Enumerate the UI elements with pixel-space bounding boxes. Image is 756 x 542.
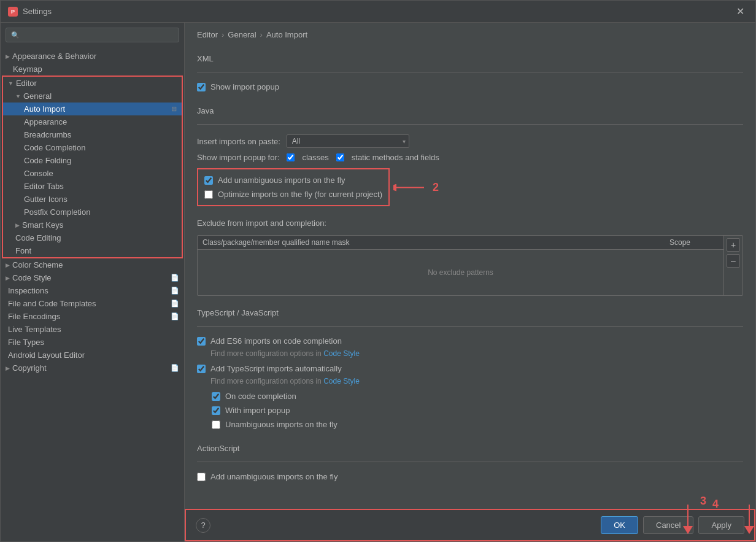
sidebar-item-label: Console — [24, 169, 53, 178]
sidebar-item-label: File Encodings — [8, 312, 60, 321]
optimize-imports-label: Optimize imports on the fly (for current… — [218, 190, 382, 199]
button-bar-container: ? 4 3 OK — [185, 509, 755, 541]
java-auto-import-options-box: Add unambiguous imports on the fly Optim… — [197, 168, 390, 206]
on-code-completion-label: On code completion — [225, 392, 296, 401]
breadcrumb: Editor › General › Auto Import — [185, 23, 755, 44]
breadcrumb-sep-2: › — [260, 30, 263, 39]
sidebar-item-label: Code Style — [12, 273, 52, 282]
sidebar-item-code-folding[interactable]: Code Folding — [3, 154, 182, 167]
settings-badge-icon: 📄 — [171, 364, 179, 372]
sidebar-item-label: File and Code Templates — [8, 299, 96, 308]
java-static-checkbox[interactable] — [336, 153, 344, 161]
search-box[interactable]: 🔍 — [6, 28, 179, 42]
breadcrumb-editor: Editor — [197, 30, 218, 39]
table-add-button[interactable]: + — [727, 238, 740, 252]
sidebar-item-gutter-icons[interactable]: Gutter Icons — [3, 193, 182, 206]
typescript-section-title: TypeScript / JavaScript — [197, 308, 743, 320]
as-add-unambiguous-checkbox[interactable] — [197, 473, 206, 481]
java-classes-checkbox[interactable] — [287, 153, 295, 161]
add-unambiguous-checkbox[interactable] — [204, 176, 213, 185]
ok-button[interactable]: OK — [601, 516, 638, 534]
sidebar-item-code-style[interactable]: ▶ Code Style 📄 — [1, 271, 184, 284]
annotation-number-2: 2 — [433, 181, 439, 194]
sidebar-item-inspections[interactable]: Inspections 📄 — [1, 284, 184, 297]
typescript-section: TypeScript / JavaScript Add ES6 imports … — [197, 308, 743, 432]
sidebar-item-editor[interactable]: ▼ Editor — [3, 77, 182, 90]
insert-imports-select[interactable]: All Ask None — [287, 134, 409, 148]
sidebar-item-label: Appearance — [24, 117, 67, 126]
title-bar: P Settings ✕ — [1, 1, 755, 23]
sidebar-item-live-templates[interactable]: Live Templates — [1, 323, 184, 336]
sidebar-item-file-types[interactable]: File Types — [1, 336, 184, 349]
show-import-popup-xml-checkbox[interactable] — [197, 83, 206, 91]
sidebar-item-label: Font — [15, 246, 31, 255]
sidebar-item-file-encodings[interactable]: File Encodings 📄 — [1, 310, 184, 323]
close-button[interactable]: ✕ — [733, 4, 748, 18]
sidebar-item-label: Code Folding — [24, 156, 71, 165]
exclude-label: Exclude from import and completion: — [197, 216, 743, 230]
sidebar-item-keymap[interactable]: Keymap — [1, 63, 184, 75]
search-input[interactable] — [23, 31, 174, 39]
table-remove-button[interactable]: – — [727, 254, 740, 268]
add-unambiguous-label: Add unambiguous imports on the fly — [218, 176, 345, 185]
sidebar-item-copyright[interactable]: ▶ Copyright 📄 — [1, 362, 184, 374]
show-import-popup-xml-label: Show import popup — [210, 82, 279, 91]
add-typescript-row: Add TypeScript imports automatically — [197, 362, 743, 376]
xml-section-title: XML — [197, 54, 743, 66]
sidebar-item-code-editing[interactable]: Code Editing — [3, 231, 182, 244]
content-area: 🔍 ▶ Appearance & Behavior Keymap ▼ E — [1, 23, 755, 541]
sidebar-item-file-code-templates[interactable]: File and Code Templates 📄 — [1, 297, 184, 310]
actionscript-section: ActionScript Add unambiguous imports on … — [197, 444, 743, 484]
sidebar: 🔍 ▶ Appearance & Behavior Keymap ▼ E — [1, 23, 185, 541]
settings-badge-icon: 📄 — [171, 300, 179, 308]
settings-tree: ▶ Appearance & Behavior Keymap ▼ Editor … — [1, 47, 184, 541]
add-es6-label: Add ES6 imports on code completion — [210, 336, 342, 346]
sidebar-item-label: File Types — [8, 338, 44, 347]
sidebar-item-label: Editor — [16, 79, 37, 88]
sidebar-item-code-completion[interactable]: Code Completion — [3, 141, 182, 154]
show-import-popup-for-label: Show import popup for: — [197, 153, 279, 162]
table-col1-header: Class/package/member qualified name mask — [202, 238, 669, 247]
sidebar-item-label: Code Editing — [15, 233, 61, 242]
optimize-imports-checkbox[interactable] — [204, 190, 213, 199]
sidebar-item-breadcrumbs[interactable]: Breadcrumbs — [3, 128, 182, 141]
unambiguous-imports-label: Unambiguous imports on the fly — [225, 420, 338, 429]
insert-imports-select-wrapper: All Ask None — [287, 134, 409, 148]
sidebar-item-appearance-behavior[interactable]: ▶ Appearance & Behavior — [1, 50, 184, 63]
sidebar-item-general[interactable]: ▼ General — [3, 90, 182, 103]
add-es6-checkbox[interactable] — [197, 337, 206, 346]
window-title: Settings — [23, 7, 52, 16]
find-more-1-row: Find more configuration options in Code … — [197, 348, 743, 362]
find-more-2-row: Find more configuration options in Code … — [197, 376, 743, 389]
settings-badge-icon: 📄 — [171, 274, 179, 282]
add-typescript-checkbox[interactable] — [197, 365, 206, 373]
sidebar-item-editor-tabs[interactable]: Editor Tabs — [3, 180, 182, 193]
sidebar-item-label: General — [23, 91, 52, 101]
with-import-popup-checkbox[interactable] — [212, 406, 220, 415]
sidebar-item-label: Breadcrumbs — [24, 130, 71, 139]
sidebar-item-label: Code Completion — [24, 143, 85, 152]
sidebar-item-smart-keys[interactable]: ▶ Smart Keys — [3, 219, 182, 231]
sidebar-item-color-scheme[interactable]: ▶ Color Scheme — [1, 258, 184, 271]
sidebar-item-android-layout-editor[interactable]: Android Layout Editor — [1, 349, 184, 362]
sidebar-item-auto-import[interactable]: Auto Import ⊞ — [3, 103, 182, 115]
arrow-icon: ▼ — [8, 80, 14, 87]
table-empty-message: No exclude patterns — [198, 250, 723, 295]
unambiguous-imports-checkbox[interactable] — [212, 420, 220, 429]
annotation-number-3: 3 — [700, 495, 706, 508]
arrow-icon: ▼ — [15, 93, 21, 99]
help-button[interactable]: ? — [196, 518, 210, 533]
sidebar-item-label: Smart Keys — [22, 220, 63, 230]
code-style-link-1[interactable]: Code Style — [323, 349, 360, 358]
sidebar-item-font[interactable]: Font — [3, 244, 182, 257]
sidebar-item-console[interactable]: Console — [3, 167, 182, 180]
sidebar-item-postfix-completion[interactable]: Postfix Completion — [3, 206, 182, 219]
insert-imports-row: Insert imports on paste: All Ask None — [197, 132, 743, 150]
code-style-link-2[interactable]: Code Style — [323, 377, 360, 385]
add-unambiguous-row: Add unambiguous imports on the fly — [204, 173, 382, 187]
sidebar-item-appearance[interactable]: Appearance — [3, 115, 182, 128]
on-code-completion-checkbox[interactable] — [212, 392, 220, 401]
breadcrumb-general: General — [228, 30, 256, 39]
sidebar-item-label: Gutter Icons — [24, 195, 68, 204]
arrow-icon: ▶ — [6, 53, 10, 60]
